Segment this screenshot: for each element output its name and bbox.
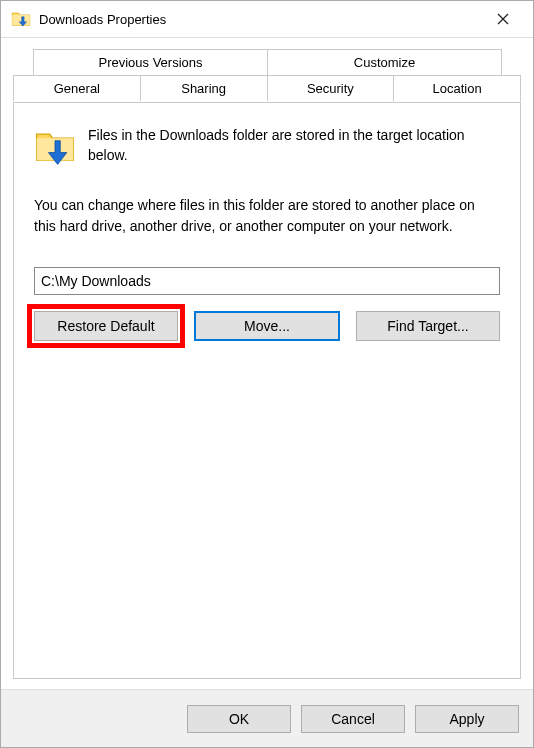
tab-general[interactable]: General xyxy=(13,75,141,101)
tab-previous-versions[interactable]: Previous Versions xyxy=(33,49,268,75)
location-button-row: Restore Default Move... Find Target... xyxy=(34,311,500,341)
restore-default-button[interactable]: Restore Default xyxy=(34,311,178,341)
description-text: You can change where files in this folde… xyxy=(34,195,500,237)
heading-text: Files in the Downloads folder are stored… xyxy=(88,125,500,166)
tab-sharing[interactable]: Sharing xyxy=(140,75,268,101)
location-path-input[interactable] xyxy=(34,267,500,295)
titlebar: Downloads Properties xyxy=(1,1,533,38)
find-target-button[interactable]: Find Target... xyxy=(356,311,500,341)
move-button[interactable]: Move... xyxy=(194,311,340,341)
tab-control: Previous Versions Customize General Shar… xyxy=(13,49,521,679)
dialog-button-bar: OK Cancel Apply xyxy=(1,689,533,747)
apply-button[interactable]: Apply xyxy=(415,705,519,733)
tab-row-top: Previous Versions Customize xyxy=(33,49,501,75)
properties-dialog: Downloads Properties Previous Versions C… xyxy=(0,0,534,748)
tab-page-location: Files in the Downloads folder are stored… xyxy=(13,102,521,679)
ok-button[interactable]: OK xyxy=(187,705,291,733)
window-title: Downloads Properties xyxy=(31,12,481,27)
close-button[interactable] xyxy=(481,4,525,34)
dialog-body: Previous Versions Customize General Shar… xyxy=(1,37,533,689)
downloads-folder-large-icon xyxy=(34,125,76,167)
cancel-button[interactable]: Cancel xyxy=(301,705,405,733)
downloads-folder-icon xyxy=(11,8,31,31)
close-icon xyxy=(497,13,509,25)
tab-security[interactable]: Security xyxy=(267,75,395,101)
tab-location[interactable]: Location xyxy=(393,75,521,102)
tab-row-bottom: General Sharing Security Location xyxy=(13,75,521,101)
heading-row: Files in the Downloads folder are stored… xyxy=(34,125,500,167)
tab-customize[interactable]: Customize xyxy=(267,49,502,75)
